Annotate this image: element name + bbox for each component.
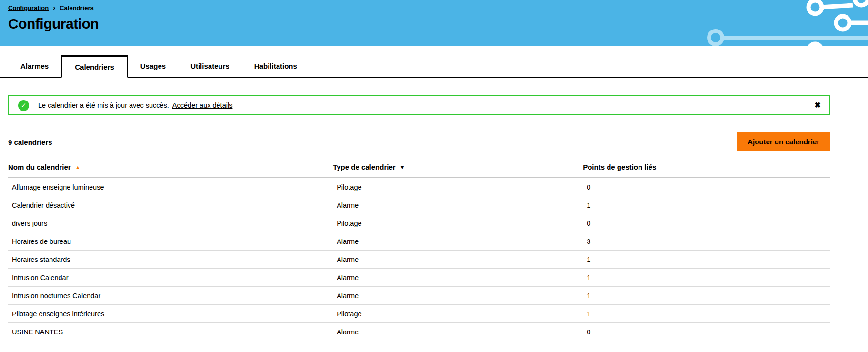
filter-dropdown-icon: ▼ <box>400 164 405 170</box>
column-header-points-label: Points de gestion liés <box>583 163 656 171</box>
breadcrumb-link-configuration[interactable]: Configuration <box>8 4 49 11</box>
success-check-icon: ✓ <box>18 100 29 111</box>
sort-ascending-icon: ▲ <box>75 164 80 170</box>
cell-points: 1 <box>583 269 830 287</box>
success-alert: ✓ Le calendrier a été mis à jour avec su… <box>8 95 830 115</box>
table-row[interactable]: Intrusion Calendar Alarme 1 <box>8 269 830 287</box>
table-row[interactable]: Calendrier désactivé Alarme 1 <box>8 196 830 214</box>
cell-points: 1 <box>583 251 830 269</box>
tab-label: Alarmes <box>20 62 49 70</box>
add-calendar-button[interactable]: Ajouter un calendrier <box>737 132 830 151</box>
cell-calendar-type: Pilotage <box>333 178 583 196</box>
table-row[interactable]: USINE NANTES Alarme 0 <box>8 323 830 341</box>
cell-calendar-name: Pilotage enseignes intérieures <box>8 305 333 323</box>
table-row[interactable]: Horaires standards Alarme 1 <box>8 251 830 269</box>
cell-calendar-type: Alarme <box>333 196 583 214</box>
tab-label: Usages <box>140 62 166 70</box>
tab-alarmes[interactable]: Alarmes <box>8 55 61 77</box>
cell-calendar-name: Horaires standards <box>8 251 333 269</box>
page-title: Configuration <box>8 16 868 31</box>
tab-label: Utilisateurs <box>190 62 229 70</box>
tab-bar: Alarmes Calendriers Usages Utilisateurs … <box>0 57 868 78</box>
cell-calendar-name: Allumage enseigne lumineuse <box>8 178 333 196</box>
calendar-count: 9 calendriers <box>8 138 52 146</box>
alert-message-text: Le calendrier a été mis à jour avec succ… <box>38 101 169 109</box>
cell-calendar-name: Intrusion Calendar <box>8 269 333 287</box>
close-icon[interactable]: ✖ <box>814 101 822 109</box>
calendars-table: Nom du calendrier▲ Type de calendrier▼ P… <box>8 156 830 341</box>
app-header: Configuration›Calendriers Configuration <box>0 0 868 46</box>
table-row[interactable]: divers jours Pilotage 0 <box>8 214 830 232</box>
cell-points: 1 <box>583 196 830 214</box>
table-header-row: Nom du calendrier▲ Type de calendrier▼ P… <box>8 156 830 178</box>
cell-calendar-name: divers jours <box>8 214 333 232</box>
tab-label: Habilitations <box>254 62 297 70</box>
table-row[interactable]: Horaires de bureau Alarme 3 <box>8 232 830 251</box>
cell-points: 0 <box>583 178 830 196</box>
tab-habilitations[interactable]: Habilitations <box>242 55 309 77</box>
main-content: ✓ Le calendrier a été mis à jour avec su… <box>8 95 830 341</box>
cell-calendar-type: Pilotage <box>333 305 583 323</box>
table-row[interactable]: Allumage enseigne lumineuse Pilotage 0 <box>8 178 830 196</box>
cell-points: 0 <box>583 214 830 232</box>
cell-calendar-name: Horaires de bureau <box>8 232 333 251</box>
tab-usages[interactable]: Usages <box>128 55 178 77</box>
cell-calendar-type: Alarme <box>333 269 583 287</box>
cell-calendar-name: Intrusion nocturnes Calendar <box>8 287 333 305</box>
column-header-type[interactable]: Type de calendrier▼ <box>333 156 583 178</box>
column-header-points: Points de gestion liés <box>583 156 830 178</box>
cell-calendar-type: Pilotage <box>333 214 583 232</box>
cell-calendar-name: USINE NANTES <box>8 323 333 341</box>
table-row[interactable]: Intrusion nocturnes Calendar Alarme 1 <box>8 287 830 305</box>
cell-points: 1 <box>583 287 830 305</box>
tab-label: Calendriers <box>75 63 114 71</box>
alert-details-link[interactable]: Accéder aux détails <box>172 101 233 109</box>
cell-points: 0 <box>583 323 830 341</box>
cell-calendar-type: Alarme <box>333 232 583 251</box>
column-header-type-label: Type de calendrier <box>333 163 395 171</box>
cell-points: 1 <box>583 305 830 323</box>
tab-calendriers[interactable]: Calendriers <box>61 55 128 78</box>
cell-calendar-type: Alarme <box>333 323 583 341</box>
cell-calendar-type: Alarme <box>333 287 583 305</box>
cell-points: 3 <box>583 232 830 251</box>
breadcrumb-chevron-icon: › <box>53 3 55 11</box>
alert-message: Le calendrier a été mis à jour avec succ… <box>38 101 232 109</box>
table-row[interactable]: Pilotage enseignes intérieures Pilotage … <box>8 305 830 323</box>
column-header-name-label: Nom du calendrier <box>8 163 71 171</box>
toolbar: 9 calendriers Ajouter un calendrier <box>8 132 830 151</box>
cell-calendar-name: Calendrier désactivé <box>8 196 333 214</box>
breadcrumb: Configuration›Calendriers <box>8 3 868 12</box>
column-header-name[interactable]: Nom du calendrier▲ <box>8 156 333 178</box>
cell-calendar-type: Alarme <box>333 251 583 269</box>
tab-utilisateurs[interactable]: Utilisateurs <box>178 55 242 77</box>
breadcrumb-current: Calendriers <box>60 4 94 11</box>
